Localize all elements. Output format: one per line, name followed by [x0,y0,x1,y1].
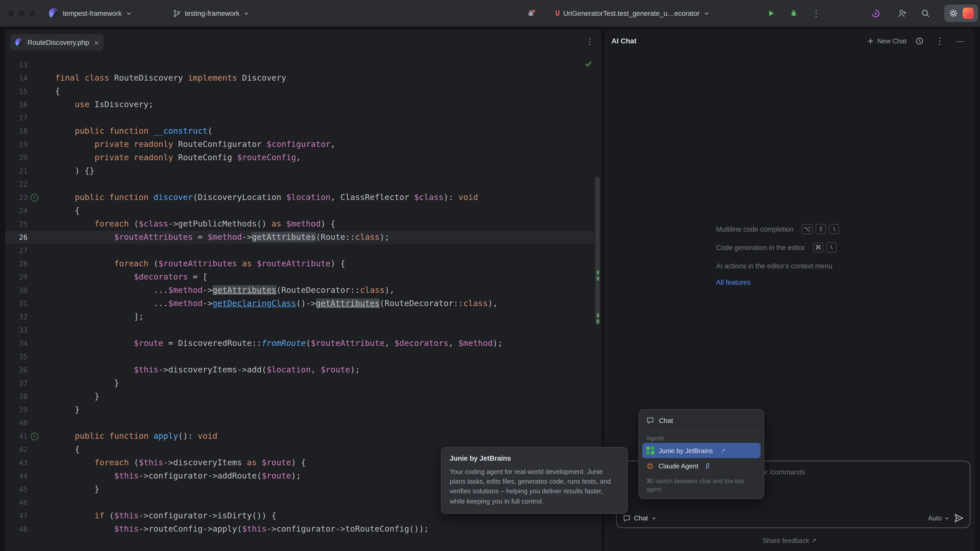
line-number[interactable]: 14 [5,71,27,85]
tab-routediscovery[interactable]: RouteDiscovery.php × [10,34,104,51]
code-line-23[interactable]: 23↑ public function discover(DiscoveryLo… [5,191,594,204]
code-line-27[interactable]: 27 [5,244,594,257]
line-number[interactable]: 28 [5,257,27,270]
line-number[interactable]: 39 [5,403,27,416]
line-number[interactable]: 29 [5,270,27,284]
code-line-32[interactable]: 32 ]; [5,310,594,324]
code-line-35[interactable]: 35 [5,350,594,363]
new-chat-button[interactable]: New Chat [867,37,907,44]
line-number[interactable]: 44 [5,469,27,483]
line-number[interactable]: 47 [5,509,27,522]
window-zoom-button[interactable] [30,11,35,16]
line-number[interactable]: 13 [5,58,27,71]
chat-history-button[interactable] [912,33,927,48]
line-number[interactable]: 17 [5,111,27,124]
popup-item-junie[interactable]: Junie by JetBrains ↗ [642,443,760,458]
code-with-me-button[interactable] [894,6,910,21]
ai-assistant-icon[interactable] [868,6,883,21]
debugger-muted-icon[interactable] [524,6,539,21]
line-number[interactable]: 20 [5,151,27,164]
code-line-39[interactable]: 39 } [5,403,594,416]
window-close-button[interactable] [8,11,14,16]
implemented-method-marker-icon[interactable]: ↑ [30,432,38,440]
line-number[interactable]: 27 [5,244,27,257]
window-minimize-button[interactable] [19,11,24,16]
line-number[interactable]: 33 [5,324,27,337]
line-number[interactable]: 19 [5,138,27,151]
line-number[interactable]: 23 [5,191,27,204]
line-number[interactable]: 48 [5,522,27,536]
tab-close-icon[interactable]: × [94,38,99,46]
line-number[interactable]: 22 [5,178,27,191]
code-line-41[interactable]: 41↑ public function apply(): void [5,430,594,443]
code-line-17[interactable]: 17 [5,111,594,124]
implemented-method-marker-icon[interactable]: ↑ [30,194,38,201]
line-number[interactable]: 18 [5,124,27,138]
code-line-30[interactable]: 30 ...$method->getAttributes(RouteDecora… [5,284,594,297]
code-line-38[interactable]: 38 } [5,390,594,403]
send-button[interactable] [954,513,964,523]
line-number[interactable]: 40 [5,416,27,430]
line-number[interactable]: 35 [5,350,27,363]
line-number[interactable]: 37 [5,376,27,390]
line-number[interactable]: 45 [5,483,27,496]
chat-mode-selector[interactable]: Chat [623,514,657,522]
code-line-14[interactable]: 14final class RouteDiscovery implements … [5,71,594,85]
panel-minimize-button[interactable]: — [953,33,968,48]
line-number[interactable]: 24 [5,204,27,218]
tabbar-options-icon[interactable]: ⋮ [585,37,594,46]
line-number[interactable]: 38 [5,390,27,403]
user-avatar[interactable] [963,8,974,19]
code-line-48[interactable]: 48 $this->routeConfig->apply($this->conf… [5,522,594,536]
popup-item-claude[interactable]: Claude Agent β [642,458,760,473]
code-line-15[interactable]: 15{ [5,85,594,98]
settings-button[interactable] [948,8,959,18]
code-line-18[interactable]: 18 public function __construct( [5,124,594,138]
line-number[interactable]: 31 [5,297,27,310]
line-number[interactable]: 43 [5,456,27,469]
run-button[interactable] [764,6,779,21]
code-line-33[interactable]: 33 [5,324,594,337]
chat-options-button[interactable]: ⋮ [932,33,947,48]
run-more-options-button[interactable]: ⋮ [808,6,824,21]
line-number[interactable]: 21 [5,164,27,178]
code-line-16[interactable]: 16 use IsDiscovery; [5,98,594,111]
code-line-20[interactable]: 20 private readonly RouteConfig $routeCo… [5,151,594,164]
code-line-25[interactable]: 25 foreach ($class->getPublicMethods() a… [5,218,594,230]
line-number[interactable]: 32 [5,310,27,324]
line-number[interactable]: 41 [5,430,27,443]
code-line-31[interactable]: 31 ...$method->getDeclaringClass()->getA… [5,297,594,310]
code-line-40[interactable]: 40 [5,416,594,430]
vcs-branch-selector[interactable]: testing-framework [169,6,254,21]
code-line-19[interactable]: 19 private readonly RouteConfigurator $c… [5,138,594,151]
code-line-28[interactable]: 28 foreach ($routeAttributes as $routeAt… [5,257,594,270]
line-number[interactable]: 25 [5,218,27,230]
line-number[interactable]: 42 [5,443,27,456]
popup-item-chat[interactable]: Chat [642,413,760,428]
line-number[interactable]: 26 [5,230,27,244]
code-line-26[interactable]: 26 $routeAttributes = $method->getAttrib… [5,230,594,244]
line-number[interactable]: 30 [5,284,27,297]
project-selector[interactable]: tempest-framework [45,6,136,21]
line-number[interactable]: 46 [5,496,27,509]
code-line-21[interactable]: 21 ) {} [5,164,594,178]
run-configuration-selector[interactable]: U UriGeneratorTest.test_generate_u…ecora… [551,6,714,21]
debug-button[interactable] [786,6,801,21]
line-number[interactable]: 36 [5,363,27,376]
editor-scrollbar[interactable] [595,177,600,325]
model-selector[interactable]: Auto [928,514,950,522]
search-everywhere-button[interactable] [918,6,933,21]
code-line-34[interactable]: 34 $route = DiscoveredRoute::fromRoute($… [5,337,594,350]
line-number[interactable]: 15 [5,85,27,98]
line-number[interactable]: 16 [5,98,27,111]
all-features-link[interactable]: All features [716,279,751,286]
line-number[interactable]: 34 [5,337,27,350]
code-token: $class [139,219,169,229]
code-line-22[interactable]: 22 [5,178,594,191]
code-line-13[interactable]: 13 [5,58,594,71]
code-line-24[interactable]: 24 { [5,204,594,218]
share-feedback-link[interactable]: Share feedback ↗ [605,537,975,545]
code-line-29[interactable]: 29 $decorators = [ [5,270,594,284]
code-line-36[interactable]: 36 $this->discoveryItems->add($location,… [5,363,594,376]
code-line-37[interactable]: 37 } [5,376,594,390]
